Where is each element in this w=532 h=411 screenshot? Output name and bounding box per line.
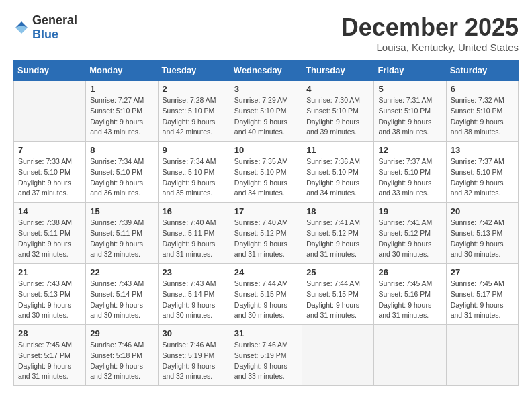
day-info: Sunrise: 7:44 AM Sunset: 5:15 PM Dayligh…: [234, 279, 298, 321]
day-header-wednesday: Wednesday: [230, 60, 302, 81]
calendar-cell: 25 Sunrise: 7:44 AM Sunset: 5:15 PM Dayl…: [302, 264, 374, 325]
sunrise: Sunrise: 7:37 AM: [378, 157, 432, 165]
sunrise: Sunrise: 7:43 AM: [163, 279, 216, 287]
calendar-week-4: 21 Sunrise: 7:43 AM Sunset: 5:13 PM Dayl…: [14, 264, 519, 325]
sunrise: Sunrise: 7:45 AM: [451, 279, 504, 287]
sunset: Sunset: 5:10 PM: [90, 168, 142, 176]
day-info: Sunrise: 7:43 AM Sunset: 5:13 PM Dayligh…: [18, 279, 81, 321]
daylight: Daylight: 9 hours and 30 minutes.: [451, 240, 504, 259]
sunset: Sunset: 5:10 PM: [306, 168, 359, 176]
logo-icon: [13, 19, 30, 36]
calendar-cell: 28 Sunrise: 7:45 AM Sunset: 5:17 PM Dayl…: [14, 325, 86, 386]
daylight: Daylight: 9 hours and 32 minutes.: [90, 240, 143, 259]
sunrise: Sunrise: 7:44 AM: [234, 279, 288, 287]
title-block: December 2025 Louisa, Kentucky, United S…: [341, 13, 519, 53]
sunrise: Sunrise: 7:42 AM: [451, 218, 504, 226]
day-info: Sunrise: 7:42 AM Sunset: 5:13 PM Dayligh…: [451, 218, 514, 260]
calendar-cell: 29 Sunrise: 7:46 AM Sunset: 5:18 PM Dayl…: [86, 325, 158, 386]
sunset: Sunset: 5:10 PM: [163, 168, 215, 176]
day-info: Sunrise: 7:41 AM Sunset: 5:12 PM Dayligh…: [378, 218, 441, 260]
day-info: Sunrise: 7:45 AM Sunset: 5:17 PM Dayligh…: [18, 340, 81, 382]
logo-blue: Blue: [32, 28, 58, 41]
day-number: 25: [306, 267, 369, 277]
sunset: Sunset: 5:12 PM: [378, 229, 431, 237]
calendar-cell: 3 Sunrise: 7:29 AM Sunset: 5:10 PM Dayli…: [230, 81, 302, 142]
day-number: 10: [234, 145, 298, 155]
calendar-header-row: SundayMondayTuesdayWednesdayThursdayFrid…: [14, 60, 519, 81]
sunset: Sunset: 5:13 PM: [18, 290, 71, 298]
calendar-cell: 30 Sunrise: 7:46 AM Sunset: 5:19 PM Dayl…: [158, 325, 230, 386]
daylight: Daylight: 9 hours and 31 minutes.: [163, 240, 216, 259]
sunrise: Sunrise: 7:43 AM: [90, 279, 144, 287]
month-title: December 2025: [341, 13, 519, 42]
day-info: Sunrise: 7:40 AM Sunset: 5:12 PM Dayligh…: [234, 218, 298, 260]
calendar-cell: 26 Sunrise: 7:45 AM Sunset: 5:16 PM Dayl…: [374, 264, 446, 325]
sunrise: Sunrise: 7:41 AM: [378, 218, 432, 226]
logo: General Blue: [13, 13, 77, 42]
sunset: Sunset: 5:10 PM: [234, 107, 287, 115]
sunrise: Sunrise: 7:28 AM: [163, 96, 216, 104]
daylight: Daylight: 9 hours and 31 minutes.: [18, 362, 71, 381]
daylight: Daylight: 9 hours and 35 minutes.: [163, 179, 216, 197]
daylight: Daylight: 9 hours and 33 minutes.: [234, 362, 287, 381]
calendar-cell: 22 Sunrise: 7:43 AM Sunset: 5:14 PM Dayl…: [86, 264, 158, 325]
day-info: Sunrise: 7:27 AM Sunset: 5:10 PM Dayligh…: [90, 95, 153, 138]
sunset: Sunset: 5:19 PM: [163, 351, 215, 359]
sunset: Sunset: 5:18 PM: [90, 351, 142, 359]
calendar-cell: 7 Sunrise: 7:33 AM Sunset: 5:10 PM Dayli…: [14, 142, 86, 203]
day-info: Sunrise: 7:46 AM Sunset: 5:19 PM Dayligh…: [163, 340, 226, 382]
day-number: 5: [378, 84, 441, 94]
daylight: Daylight: 9 hours and 39 minutes.: [306, 118, 359, 136]
sunset: Sunset: 5:10 PM: [234, 168, 287, 176]
daylight: Daylight: 9 hours and 30 minutes.: [378, 240, 431, 259]
sunrise: Sunrise: 7:45 AM: [18, 340, 72, 349]
day-info: Sunrise: 7:40 AM Sunset: 5:11 PM Dayligh…: [163, 218, 226, 260]
sunset: Sunset: 5:10 PM: [378, 168, 431, 176]
daylight: Daylight: 9 hours and 31 minutes.: [306, 240, 359, 259]
day-info: Sunrise: 7:32 AM Sunset: 5:10 PM Dayligh…: [451, 95, 514, 138]
day-number: 17: [234, 206, 298, 216]
calendar-cell: 8 Sunrise: 7:34 AM Sunset: 5:10 PM Dayli…: [86, 142, 158, 203]
calendar-cell: 5 Sunrise: 7:31 AM Sunset: 5:10 PM Dayli…: [374, 81, 446, 142]
daylight: Daylight: 9 hours and 32 minutes.: [90, 362, 143, 381]
day-number: 2: [163, 84, 226, 94]
sunrise: Sunrise: 7:38 AM: [18, 218, 72, 226]
day-info: Sunrise: 7:37 AM Sunset: 5:10 PM Dayligh…: [451, 156, 514, 199]
sunrise: Sunrise: 7:29 AM: [234, 96, 288, 104]
daylight: Daylight: 9 hours and 40 minutes.: [234, 118, 287, 136]
day-info: Sunrise: 7:46 AM Sunset: 5:18 PM Dayligh…: [90, 340, 153, 382]
calendar-cell: 21 Sunrise: 7:43 AM Sunset: 5:13 PM Dayl…: [14, 264, 86, 325]
daylight: Daylight: 9 hours and 30 minutes.: [18, 301, 71, 320]
sunset: Sunset: 5:10 PM: [90, 107, 142, 115]
sunset: Sunset: 5:19 PM: [234, 351, 287, 359]
sunset: Sunset: 5:17 PM: [18, 351, 71, 359]
calendar-cell: [14, 81, 86, 142]
calendar-cell: 6 Sunrise: 7:32 AM Sunset: 5:10 PM Dayli…: [446, 81, 518, 142]
day-info: Sunrise: 7:37 AM Sunset: 5:10 PM Dayligh…: [378, 156, 441, 199]
sunset: Sunset: 5:16 PM: [378, 290, 431, 298]
sunrise: Sunrise: 7:31 AM: [378, 96, 432, 104]
daylight: Daylight: 9 hours and 32 minutes.: [451, 179, 504, 197]
day-number: 13: [451, 145, 514, 155]
sunset: Sunset: 5:14 PM: [163, 290, 215, 298]
sunrise: Sunrise: 7:33 AM: [18, 157, 72, 165]
daylight: Daylight: 9 hours and 33 minutes.: [378, 179, 431, 197]
day-header-sunday: Sunday: [14, 60, 86, 81]
sunset: Sunset: 5:10 PM: [451, 107, 503, 115]
day-info: Sunrise: 7:28 AM Sunset: 5:10 PM Dayligh…: [163, 95, 226, 138]
logo-text: General Blue: [32, 13, 77, 42]
day-number: 1: [90, 84, 153, 94]
sunrise: Sunrise: 7:43 AM: [18, 279, 72, 287]
calendar-week-2: 7 Sunrise: 7:33 AM Sunset: 5:10 PM Dayli…: [14, 142, 519, 203]
daylight: Daylight: 9 hours and 34 minutes.: [306, 179, 359, 197]
day-number: 23: [163, 267, 226, 277]
sunrise: Sunrise: 7:46 AM: [90, 340, 144, 349]
day-header-tuesday: Tuesday: [158, 60, 230, 81]
sunset: Sunset: 5:11 PM: [18, 229, 71, 237]
sunset: Sunset: 5:12 PM: [234, 229, 287, 237]
calendar-cell: 23 Sunrise: 7:43 AM Sunset: 5:14 PM Dayl…: [158, 264, 230, 325]
daylight: Daylight: 9 hours and 37 minutes.: [18, 179, 71, 197]
day-info: Sunrise: 7:36 AM Sunset: 5:10 PM Dayligh…: [306, 156, 369, 199]
day-number: 3: [234, 84, 298, 94]
sunset: Sunset: 5:10 PM: [378, 107, 431, 115]
